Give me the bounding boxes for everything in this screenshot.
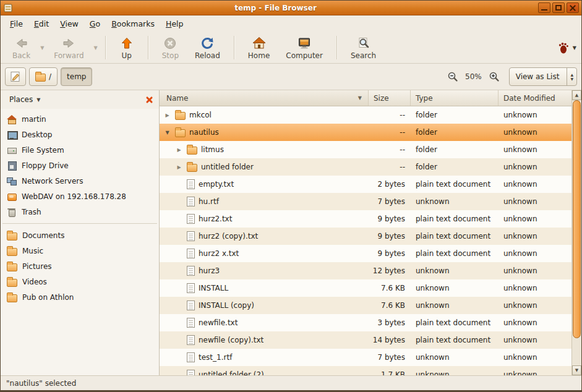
sidebar-item[interactable]: Floppy Drive xyxy=(1,158,159,173)
file-type: plain text document xyxy=(411,180,499,189)
file-row[interactable]: untitled folder (2) 1.7 KB unknown unkno… xyxy=(160,366,571,375)
home-label: Home xyxy=(248,51,270,60)
up-button[interactable]: Up xyxy=(111,35,142,61)
root-path-button[interactable]: / xyxy=(29,67,58,86)
sidebar-item[interactable]: Videos xyxy=(1,274,159,289)
scroll-down-button[interactable]: ▼ xyxy=(572,365,581,375)
column-header-type[interactable]: Type xyxy=(411,90,499,106)
close-button[interactable] xyxy=(567,2,579,13)
view-mode-select[interactable]: View as List ▲▼ xyxy=(509,67,577,86)
file-type: plain text document xyxy=(411,336,499,344)
sidebar-item[interactable]: Trash xyxy=(1,204,159,219)
zoom-in-button[interactable] xyxy=(486,69,502,85)
current-folder-label: temp xyxy=(67,72,86,81)
file-row[interactable]: hu.rtf 7 bytes unknown unknown xyxy=(160,193,571,210)
sidebar-item[interactable]: WebDAV on 192.168.178.28 xyxy=(1,189,159,204)
stop-button[interactable]: Stop xyxy=(154,35,187,61)
file-type: plain text document xyxy=(411,215,499,223)
back-button[interactable]: Back xyxy=(4,35,38,61)
sidebar-item[interactable]: Pub on Athlon xyxy=(1,289,159,305)
reload-label: Reload xyxy=(195,51,220,60)
titlebar[interactable]: temp - File Browser xyxy=(1,1,581,15)
menu-file[interactable]: File xyxy=(4,17,28,31)
column-label: Type xyxy=(416,94,433,103)
scroll-up-button[interactable]: ▲ xyxy=(572,90,581,100)
zoom-out-button[interactable] xyxy=(445,69,461,85)
toolbar-separator xyxy=(336,36,337,59)
folder-icon xyxy=(187,147,197,155)
menu-edit[interactable]: Edit xyxy=(28,17,54,31)
status-text: "nautilus" selected xyxy=(6,379,76,388)
file-name: INSTALL (copy) xyxy=(199,301,254,310)
file-row[interactable]: hurz2 x.txt 9 bytes plain text document … xyxy=(160,245,571,262)
sidebar-item-label: Pub on Athlon xyxy=(22,293,74,302)
sidebar-item[interactable]: Music xyxy=(1,243,159,258)
file-row[interactable]: INSTALL 7.6 KB unknown unknown xyxy=(160,279,571,297)
places-sidebar: Places ▼ martin Desktop File System Flop… xyxy=(1,90,160,375)
file-row[interactable]: ▶ mkcol -- folder unknown xyxy=(160,106,571,124)
sidebar-item[interactable]: Pictures xyxy=(1,258,159,274)
file-row[interactable]: newfile.txt 3 bytes plain text document … xyxy=(160,314,571,331)
file-row[interactable]: ▼ nautilus -- folder unknown xyxy=(160,124,571,141)
file-name: hurz2 x.txt xyxy=(199,249,239,258)
file-row[interactable]: hurz2 (copy).txt 9 bytes plain text docu… xyxy=(160,228,571,245)
menu-bookmarks[interactable]: Bookmarks xyxy=(106,17,160,31)
expander-icon[interactable]: ▼ xyxy=(163,130,171,135)
sidebar-close-button[interactable] xyxy=(145,95,154,104)
edit-location-button[interactable] xyxy=(5,67,26,86)
file-row[interactable]: test_1.rtf 7 bytes unknown unknown xyxy=(160,349,571,366)
file-modified: unknown xyxy=(499,353,571,362)
scrollbar-thumb[interactable] xyxy=(573,100,581,338)
file-size: 12 bytes xyxy=(369,266,411,275)
sidebar-item[interactable]: Documents xyxy=(1,228,159,243)
expander-icon[interactable]: ▶ xyxy=(163,113,171,118)
menu-view[interactable]: View xyxy=(54,17,84,31)
toolbar-separator xyxy=(234,36,234,59)
reload-button[interactable]: Reload xyxy=(187,35,228,61)
sidebar-item[interactable]: Network Servers xyxy=(1,173,159,189)
expander-icon[interactable]: ▶ xyxy=(175,147,183,153)
scrollbar-track[interactable] xyxy=(572,100,581,365)
sidebar-item-label: Floppy Drive xyxy=(22,161,69,170)
file-modified: unknown xyxy=(499,370,571,375)
share-icon xyxy=(7,192,17,202)
forward-icon xyxy=(61,36,76,51)
minimize-button[interactable] xyxy=(538,2,550,13)
file-row[interactable]: hurz2.txt 9 bytes plain text document un… xyxy=(160,210,571,228)
home-button[interactable]: Home xyxy=(240,35,278,61)
sidebar-item[interactable]: File System xyxy=(1,142,159,158)
file-type: unknown xyxy=(411,197,499,206)
file-row[interactable]: INSTALL (copy) 7.6 KB unknown unknown xyxy=(160,297,571,314)
sidebar-item[interactable]: Desktop xyxy=(1,127,159,142)
file-name: hu.rtf xyxy=(199,197,219,206)
menu-help[interactable]: Help xyxy=(160,17,189,31)
column-header-size[interactable]: Size xyxy=(369,90,411,106)
column-header-name[interactable]: Name ▼ xyxy=(160,90,369,106)
home-icon xyxy=(252,36,267,51)
file-row[interactable]: hurz3 12 bytes unknown unknown xyxy=(160,262,571,279)
computer-button[interactable]: Computer xyxy=(278,35,331,61)
forward-button[interactable]: Forward xyxy=(46,35,92,61)
vertical-scrollbar[interactable]: ▲ ▼ xyxy=(571,90,581,375)
forward-dropdown-arrow[interactable]: ▼ xyxy=(92,45,100,51)
file-row[interactable]: newfile (copy).txt 14 bytes plain text d… xyxy=(160,331,571,349)
current-folder-button[interactable]: temp xyxy=(61,67,92,86)
text-file-icon xyxy=(187,214,195,224)
sidebar-item[interactable]: martin xyxy=(1,111,159,127)
search-button[interactable]: Search xyxy=(343,35,384,61)
maximize-button[interactable] xyxy=(552,2,565,13)
column-header-date-modified[interactable]: Date Modified xyxy=(499,90,571,106)
toolbar-overflow-arrow[interactable]: ▼ xyxy=(571,45,578,51)
stop-icon xyxy=(163,36,178,51)
back-dropdown-arrow[interactable]: ▼ xyxy=(38,45,46,51)
file-row[interactable]: ▶ litmus -- folder unknown xyxy=(160,141,571,158)
column-label: Name xyxy=(166,94,188,103)
back-label: Back xyxy=(12,51,30,60)
file-row[interactable]: empty.txt 2 bytes plain text document un… xyxy=(160,176,571,193)
text-file-icon xyxy=(187,300,195,310)
file-row[interactable]: ▶ untitled folder -- folder unknown xyxy=(160,158,571,176)
menu-go[interactable]: Go xyxy=(84,17,106,31)
places-selector[interactable]: Places ▼ xyxy=(4,93,45,106)
file-name: untitled folder (2) xyxy=(199,370,264,375)
expander-icon[interactable]: ▶ xyxy=(175,164,183,170)
